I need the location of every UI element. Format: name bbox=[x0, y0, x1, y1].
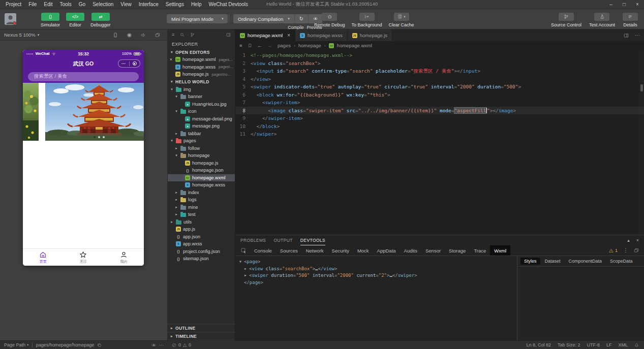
panel-tab-output[interactable]: OUTPUT bbox=[273, 235, 292, 245]
tree-folder-test[interactable]: ▸test bbox=[168, 211, 235, 218]
inspect-element-icon[interactable] bbox=[241, 248, 247, 253]
tree-folder-utils[interactable]: ▸utils bbox=[168, 218, 235, 226]
devtools-tab-storage[interactable]: Storage bbox=[445, 245, 470, 256]
devtools-tab-security[interactable]: Security bbox=[328, 245, 353, 256]
tree-file-homepage.json[interactable]: {}homepage.json bbox=[168, 167, 235, 174]
menu-wechat-devtools[interactable]: WeChat Devtools bbox=[205, 2, 252, 7]
tree-file-HuangHeLou.jpg[interactable]: ▴HuangHeLou.jpg bbox=[168, 101, 235, 108]
menu-edit[interactable]: Edit bbox=[40, 2, 56, 7]
test-account-button[interactable]: Test Account bbox=[589, 13, 615, 27]
tab-homepage.js[interactable]: JShomepage.js bbox=[348, 29, 392, 41]
exit-miniprogram-icon[interactable] bbox=[133, 61, 137, 66]
source-control-icon[interactable] bbox=[190, 33, 195, 37]
menu-interface[interactable]: Interface bbox=[135, 2, 162, 7]
tree-folder-tabbar[interactable]: ▸tabbar bbox=[168, 130, 235, 138]
editor-button[interactable]: </>Editor bbox=[66, 13, 84, 27]
remote-debug-button[interactable]: Remote Debug bbox=[314, 13, 345, 27]
open-editor-item[interactable]: Shomepage.wxsspages\... bbox=[168, 64, 235, 71]
tree-folder-follow[interactable]: ▸follow bbox=[168, 145, 235, 152]
tree-file-app.json[interactable]: {}app.json bbox=[168, 233, 235, 241]
more-options-icon[interactable]: ⋮ bbox=[623, 248, 628, 253]
tree-folder-homepage[interactable]: ▾homepage bbox=[168, 152, 235, 160]
maximize-panel-icon[interactable]: ▴ bbox=[627, 238, 630, 243]
tree-file-message-detail.png[interactable]: ▴message-detail.png bbox=[168, 115, 235, 123]
devtools-tab-appdata[interactable]: AppData bbox=[373, 245, 400, 256]
to-background-button[interactable]: To Background bbox=[352, 13, 382, 27]
breadcrumb-item[interactable]: homepage.wxml bbox=[337, 43, 372, 48]
breadcrumb-item[interactable]: pages bbox=[278, 43, 291, 48]
styles-tab-scopedata[interactable]: ScopeData bbox=[606, 258, 636, 265]
node-arrow-icon[interactable]: ▶ bbox=[244, 266, 249, 273]
minimize-icon[interactable]: – bbox=[604, 2, 618, 7]
status-item[interactable]: Ln 8, Col 82 bbox=[526, 342, 551, 347]
mini-search-input[interactable]: 搜索景区 / 美食 bbox=[28, 72, 139, 81]
editor-scrollbar[interactable] bbox=[639, 50, 644, 235]
tab-homepage.wxss[interactable]: Shomepage.wxss bbox=[295, 29, 348, 41]
watch-icon[interactable] bbox=[151, 343, 156, 347]
project-header[interactable]: ▾ HELLO WORLD bbox=[168, 78, 235, 86]
maximize-icon[interactable]: □ bbox=[618, 2, 631, 7]
tree-folder-logs[interactable]: ▸logs bbox=[168, 196, 235, 204]
menu-tools[interactable]: Tools bbox=[56, 2, 75, 7]
styles-tab-dataset[interactable]: Dataset bbox=[541, 258, 564, 265]
split-editor-icon[interactable] bbox=[624, 33, 629, 38]
device-selector[interactable]: Nexus 5 100% ▾ bbox=[4, 32, 39, 38]
tree-folder-pages[interactable]: ▾pages bbox=[168, 137, 235, 145]
tree-file-app.wxss[interactable]: Sapp.wxss bbox=[168, 240, 235, 248]
tree-file-sitemap.json[interactable]: {}sitemap.json bbox=[168, 255, 235, 263]
panel-tab-problems[interactable]: PROBLEMS bbox=[240, 235, 266, 245]
forward-icon[interactable]: → bbox=[267, 43, 272, 48]
tree-file-app.js[interactable]: JSapp.js bbox=[168, 226, 235, 233]
menu-icon[interactable]: ≡ bbox=[172, 33, 174, 37]
menu-view[interactable]: View bbox=[117, 2, 135, 7]
devtools-tab-trace[interactable]: Trace bbox=[470, 245, 490, 256]
tree-file-homepage.js[interactable]: JShomepage.js bbox=[168, 160, 235, 167]
devtools-tab-sources[interactable]: Sources bbox=[276, 245, 302, 256]
bookmark-icon[interactable] bbox=[248, 43, 253, 48]
timeline-header[interactable]: ▸ TIMELINE bbox=[168, 332, 235, 340]
avatar[interactable] bbox=[5, 13, 16, 25]
dock-side-icon[interactable] bbox=[634, 248, 639, 253]
menu-settings[interactable]: Settings bbox=[162, 2, 188, 7]
wxml-node[interactable]: ▶<swiper duration="500" interval="2000" … bbox=[239, 272, 513, 279]
status-item[interactable]: Tab Size: 2 bbox=[558, 342, 580, 347]
wxml-node[interactable]: ▼<page> bbox=[239, 259, 513, 266]
program-mode-dropdown[interactable]: Mini Program Mode ▾ bbox=[167, 14, 228, 23]
close-tab-icon[interactable]: × bbox=[287, 33, 290, 38]
banner-swiper[interactable] bbox=[23, 83, 144, 141]
tab-homepage.wxml[interactable]: <>homepage.wxml× bbox=[235, 29, 295, 41]
devtools-tab-network[interactable]: Network bbox=[302, 245, 328, 256]
panel-tab-devtools[interactable]: DEVTOOLS bbox=[300, 235, 325, 245]
menu-help[interactable]: Help bbox=[188, 2, 205, 7]
record-icon[interactable]: ◉ bbox=[127, 33, 132, 38]
styles-tab-componentdata[interactable]: ComponentData bbox=[565, 258, 606, 265]
tree-file-homepage.wxss[interactable]: Shomepage.wxss bbox=[168, 181, 235, 189]
tree-file-message.png[interactable]: ▴message.png bbox=[168, 122, 235, 130]
bell-icon[interactable] bbox=[634, 343, 639, 347]
source-control-button[interactable]: Source Control bbox=[551, 13, 581, 27]
tabbar-item-首页[interactable]: 首页 bbox=[23, 249, 63, 266]
breadcrumb[interactable]: ≡←→pages›homepage›<>homepage.wxml bbox=[235, 41, 644, 50]
status-item[interactable]: UTF-8 bbox=[587, 342, 600, 347]
compilation-mode-dropdown[interactable]: Ordinary Compilation ▾ bbox=[233, 14, 295, 23]
search-icon[interactable] bbox=[180, 33, 185, 37]
compile-button[interactable]: ↻ bbox=[295, 14, 309, 23]
warning-badge[interactable]: 1 bbox=[609, 248, 618, 253]
devtools-tab-audits[interactable]: Audits bbox=[400, 245, 421, 256]
node-arrow-icon[interactable]: ▶ bbox=[244, 272, 249, 279]
tabbar-item-我的[interactable]: 我的 bbox=[104, 249, 144, 266]
open-editor-item[interactable]: ×<>homepage.wxmlpages... bbox=[168, 56, 235, 64]
menu-project[interactable]: Project bbox=[2, 2, 25, 7]
tree-folder-img[interactable]: ▾img bbox=[168, 86, 235, 93]
more-actions-icon[interactable]: ··· bbox=[635, 33, 640, 38]
tree-folder-icon[interactable]: ▾icon bbox=[168, 108, 235, 115]
simulator-button[interactable]: Simulator bbox=[41, 13, 60, 27]
close-panel-icon[interactable]: × bbox=[636, 238, 639, 243]
clear-cache-button[interactable]: ▾Clear Cache bbox=[389, 13, 414, 27]
devtools-tab-console[interactable]: Console bbox=[250, 245, 276, 256]
problems-counts[interactable]: 0 △ 0 bbox=[168, 342, 235, 347]
status-item[interactable]: XML bbox=[618, 342, 628, 347]
close-file-icon[interactable]: × bbox=[169, 57, 173, 62]
more-icon[interactable]: ··· bbox=[159, 343, 164, 347]
menu-selection[interactable]: Selection bbox=[89, 2, 117, 7]
